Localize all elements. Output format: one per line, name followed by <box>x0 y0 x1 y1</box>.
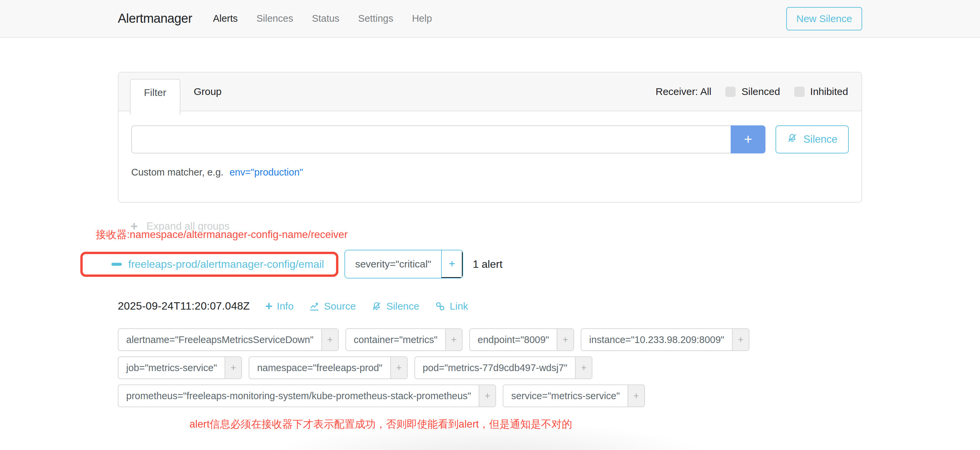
chart-line-icon <box>309 301 320 312</box>
inhibited-checkbox-wrap[interactable]: Inhibited <box>794 86 848 97</box>
label-add-filter-button[interactable]: + <box>321 329 338 350</box>
group-matcher-add-button[interactable]: + <box>441 250 463 278</box>
label-chip: instance="10.233.98.209:8009" + <box>581 328 749 351</box>
nav-item-help[interactable]: Help <box>412 13 432 24</box>
inhibited-checkbox-label: Inhibited <box>810 86 848 97</box>
silenced-checkbox-label: Silenced <box>741 86 780 97</box>
red-annotation-box: freeleaps-prod/alertmanager-config/email <box>80 252 338 277</box>
add-matcher-button[interactable]: + <box>731 125 765 154</box>
alert-group-row: freeleaps-prod/alertmanager-config/email… <box>118 250 862 279</box>
panel-controls: Receiver: All Silenced Inhibited <box>655 86 848 97</box>
group-matcher-chip: severity="critical" + <box>344 250 463 279</box>
filter-card-body: + Silence Custom matcher, e.g. env="prod… <box>118 111 862 202</box>
annotation-line-1: alert信息必须在接收器下才表示配置成功，否则即使能看到alert，但是通知是… <box>189 417 862 431</box>
matcher-hint: Custom matcher, e.g. env="production" <box>131 167 849 178</box>
nav-item-status[interactable]: Status <box>312 13 339 24</box>
label-text: pod="metrics-77d9cdb497-wdsj7" <box>415 357 575 379</box>
label-add-filter-button[interactable]: + <box>390 357 407 379</box>
label-text: endpoint="8009" <box>470 329 557 350</box>
inhibited-checkbox[interactable] <box>794 87 805 97</box>
silence-alert-label: Silence <box>386 301 419 312</box>
nav-item-settings[interactable]: Settings <box>358 13 393 24</box>
nav-item-alerts[interactable]: Alerts <box>213 13 238 24</box>
plus-icon: + <box>265 300 272 312</box>
label-add-filter-button[interactable]: + <box>575 357 592 379</box>
top-navbar: Alertmanager Alerts Silences Status Sett… <box>0 0 980 38</box>
receiver-annotation-text: 接收器:namespace/altermanager-config-name/r… <box>96 228 862 242</box>
source-label: Source <box>324 301 356 312</box>
link-label: Link <box>450 301 468 312</box>
label-text: job="metrics-service" <box>118 357 224 379</box>
matcher-input[interactable] <box>131 125 731 154</box>
silence-alert-button[interactable]: Silence <box>371 301 419 312</box>
label-text: container="metrics" <box>346 329 445 350</box>
group-matcher-text: severity="critical" <box>345 250 441 278</box>
link-button[interactable]: Link <box>435 301 468 312</box>
alert-detail: 2025-09-24T11:20:07.048Z + Info Source <box>118 300 862 407</box>
label-text: alertname="FreeleapsMetricsServiceDown" <box>118 329 321 350</box>
alert-count: 1 alert <box>473 258 503 271</box>
label-add-filter-button[interactable]: + <box>732 329 749 350</box>
label-text: namespace="freeleaps-prod" <box>249 357 390 379</box>
label-add-filter-button[interactable]: + <box>628 385 644 407</box>
receiver-filter-label[interactable]: Receiver: All <box>655 86 711 97</box>
label-add-filter-button[interactable]: + <box>224 357 241 379</box>
filter-card: Filter Group Receiver: All Silenced Inhi… <box>118 72 862 203</box>
bell-slash-icon <box>787 133 798 146</box>
label-text: instance="10.233.98.209:8009" <box>581 329 732 350</box>
label-chip: prometheus="freeleaps-monitoring-system/… <box>118 385 496 407</box>
info-label: Info <box>277 301 294 312</box>
matcher-hint-text: Custom matcher, e.g. <box>131 167 224 178</box>
new-silence-button[interactable]: New Silence <box>786 7 862 30</box>
alert-timestamp: 2025-09-24T11:20:07.048Z <box>118 300 250 312</box>
alert-labels: alertname="FreeleapsMetricsServiceDown" … <box>118 328 862 407</box>
silenced-checkbox-wrap[interactable]: Silenced <box>725 86 780 97</box>
silenced-checkbox[interactable] <box>725 87 736 97</box>
label-chip: container="metrics" + <box>345 328 463 351</box>
info-button[interactable]: + Info <box>265 300 294 312</box>
group-receiver-name: freeleaps-prod/alertmanager-config/email <box>128 258 324 271</box>
silence-filter-label: Silence <box>803 133 837 146</box>
label-chip: namespace="freeleaps-prod" + <box>249 357 407 379</box>
label-add-filter-button[interactable]: + <box>445 329 462 350</box>
label-add-filter-button[interactable]: + <box>479 385 495 407</box>
label-chip: pod="metrics-77d9cdb497-wdsj7" + <box>414 357 592 379</box>
collapse-group-button[interactable]: freeleaps-prod/alertmanager-config/email <box>83 258 324 271</box>
label-add-filter-button[interactable]: + <box>557 329 573 350</box>
tab-filter[interactable]: Filter <box>130 79 180 115</box>
filter-card-header: Filter Group Receiver: All Silenced Inhi… <box>118 73 862 111</box>
bell-slash-icon <box>371 301 382 312</box>
label-chip: alertname="FreeleapsMetricsServiceDown" … <box>118 328 339 351</box>
silence-filter-button[interactable]: Silence <box>775 125 849 154</box>
nav-item-silences[interactable]: Silences <box>256 13 293 24</box>
label-text: prometheus="freeleaps-monitoring-system/… <box>118 385 479 407</box>
label-chip: endpoint="8009" + <box>469 328 574 351</box>
label-chip: service="metrics-service" + <box>503 385 644 407</box>
label-text: service="metrics-service" <box>503 385 627 407</box>
main-nav: Alerts Silences Status Settings Help <box>213 13 432 24</box>
app-brand[interactable]: Alertmanager <box>118 11 192 26</box>
matcher-example-link[interactable]: env="production" <box>230 167 303 178</box>
label-chip: job="metrics-service" + <box>118 357 242 379</box>
link-icon <box>435 301 445 312</box>
source-button[interactable]: Source <box>309 301 356 312</box>
minus-icon <box>111 263 122 266</box>
tab-group[interactable]: Group <box>180 86 235 97</box>
